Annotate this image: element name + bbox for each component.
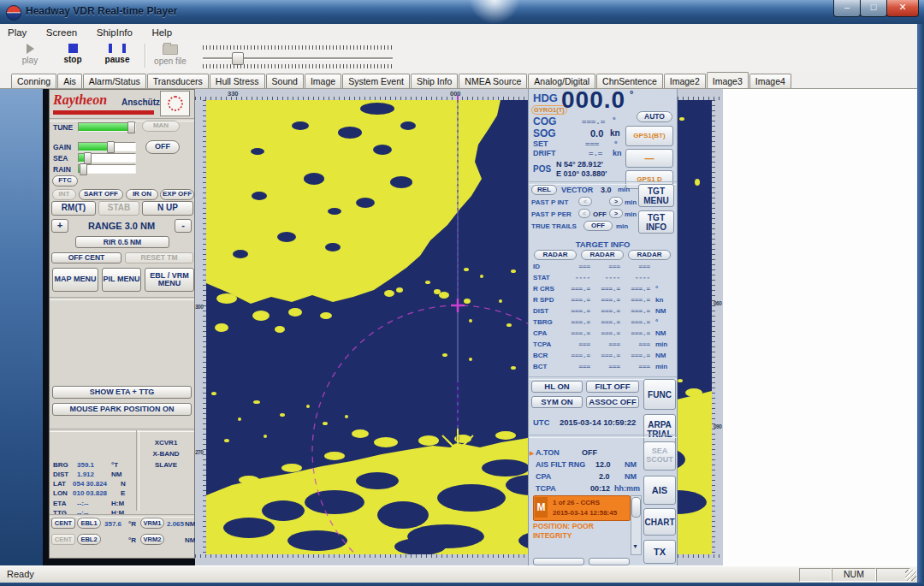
minimize-button[interactable]: – [833, 0, 861, 17]
drift-value: =.= [589, 149, 602, 157]
bearing-270: 270 [195, 449, 203, 455]
menu-shipinfo[interactable]: ShipInfo [89, 25, 140, 38]
rel-vector-button[interactable]: REL [531, 185, 557, 195]
radar-target-button-2[interactable]: RADAR [581, 250, 624, 260]
timeline-ticks-bottom [203, 64, 393, 68]
ebl2-button[interactable]: EBL2 [77, 534, 101, 545]
radar-target-button-3[interactable]: RADAR [628, 250, 671, 260]
arpa-trial-button[interactable]: ARPA TRIAL [643, 414, 676, 445]
vrm2-button[interactable]: VRM2 [140, 534, 164, 545]
gain-label: GAIN [53, 143, 71, 151]
alarm-line1: 1 of 26 - CCRS [553, 499, 600, 506]
true-trails-button[interactable]: OFF [583, 221, 613, 231]
pause-button[interactable]: pause [98, 42, 137, 70]
off-cent-button[interactable]: OFF CENT [51, 252, 121, 263]
tx-button[interactable]: TX [643, 540, 676, 564]
menu-play[interactable]: Play [0, 25, 34, 38]
past-int-inc-button[interactable]: > [609, 197, 623, 206]
tab-system-event[interactable]: System Event [342, 74, 410, 88]
open-file-button[interactable]: open file [147, 42, 193, 70]
off-button[interactable]: OFF [145, 140, 180, 154]
alarm-scroll-down-icon[interactable]: ▼ [631, 543, 639, 553]
gain-slider[interactable] [78, 142, 136, 151]
alarm-message-box[interactable]: M 1 of 26 - CCRS 2015-03-14 12:58:45 [533, 495, 631, 521]
ir-on-button[interactable]: IR ON [126, 189, 158, 200]
tab-hull-stress[interactable]: Hull Stress [210, 74, 265, 88]
stop-button[interactable]: stop [53, 42, 92, 70]
tune-slider[interactable] [78, 122, 136, 132]
tab-image4[interactable]: Image4 [749, 74, 791, 88]
range-plus-button[interactable]: + [51, 219, 68, 233]
tab-sound[interactable]: Sound [266, 74, 304, 88]
tab-image2[interactable]: Image2 [664, 74, 706, 88]
menu-screen[interactable]: Screen [38, 25, 85, 38]
past-per-inc-button[interactable]: > [609, 209, 623, 218]
sym-on-button[interactable]: SYM ON [531, 396, 583, 408]
vrm1-button[interactable]: VRM1 [140, 518, 164, 529]
ebl1-deg-unit: °R [128, 520, 136, 528]
set-value: === [585, 139, 599, 148]
int-button[interactable]: INT [52, 189, 76, 200]
ftc-button[interactable]: FTC [52, 175, 78, 186]
set-drift-source-button[interactable]: — [625, 149, 673, 168]
trails-unit: min [616, 222, 628, 230]
hl-on-button[interactable]: HL ON [531, 381, 583, 393]
past-int-dec-button[interactable]: < [578, 197, 592, 206]
reset-tm-button[interactable]: RESET TM [125, 252, 193, 263]
gps1-bt-button[interactable]: GPS1(BT) [625, 126, 673, 146]
sea-thumb[interactable] [84, 152, 92, 164]
tab-alarm-status[interactable]: Alarm/Status [83, 74, 146, 88]
exp-off-button[interactable]: EXP OFF [160, 189, 194, 200]
radar-target-button-1[interactable]: RADAR [534, 250, 577, 260]
range-minus-button[interactable]: - [175, 219, 192, 233]
sea-slider[interactable] [78, 153, 136, 163]
tab-nmea-source[interactable]: NMEA Source [459, 74, 527, 88]
rm-t-button[interactable]: RM(T) [51, 201, 96, 216]
stab-button[interactable]: STAB [98, 201, 139, 216]
past-per-dec-button[interactable]: < [578, 209, 590, 218]
menu-help[interactable]: Help [144, 25, 180, 38]
alarm-scrollbar[interactable]: ▼ [631, 495, 642, 555]
ebl1-button[interactable]: EBL1 [77, 518, 101, 529]
map-menu-button[interactable]: MAP MENU [52, 268, 98, 292]
man-button[interactable]: MAN [142, 121, 180, 132]
n-up-button[interactable]: N UP [142, 201, 193, 216]
ebl-vrm-menu-button[interactable]: EBL / VRM MENU [145, 268, 194, 292]
mouse-park-button[interactable]: MOUSE PARK POSITION ON [52, 403, 192, 416]
ais-button[interactable]: AIS [643, 476, 676, 505]
hdg-unit: ° [630, 89, 633, 99]
assoc-off-button[interactable]: ASSOC OFF [586, 396, 639, 408]
tab-image3[interactable]: Image3 [707, 72, 749, 88]
tab-conning[interactable]: Conning [11, 74, 56, 88]
auto-button[interactable]: AUTO [637, 111, 672, 122]
play-button[interactable]: play [10, 42, 50, 70]
sea-scout-button[interactable]: SEA SCOUT [643, 441, 676, 471]
tab-transducers[interactable]: Transducers [147, 74, 209, 88]
tab-ais[interactable]: Ais [57, 74, 82, 88]
func-button[interactable]: FUNC [643, 379, 676, 410]
tgt-menu-button[interactable]: TGT MENU [638, 184, 674, 207]
filt-off-button[interactable]: FILT OFF [586, 381, 639, 393]
anschuetz-logo [160, 91, 190, 116]
show-eta-ttg-button[interactable]: SHOW ETA + TTG [52, 386, 192, 399]
resize-grip[interactable] [905, 570, 916, 581]
sart-off-button[interactable]: SART OFF [79, 189, 123, 200]
xcvr-line2: X-BAND [145, 450, 187, 458]
cent2-button[interactable]: CENT [51, 534, 75, 545]
alarm-scroll-thumb[interactable] [631, 497, 641, 518]
chart-button[interactable]: CHART [643, 508, 676, 536]
rir-button[interactable]: RIR 0.5 NM [75, 236, 169, 248]
pil-menu-button[interactable]: PIL MENU [102, 268, 141, 292]
maximize-button[interactable]: □ [860, 0, 887, 17]
rain-slider[interactable] [78, 164, 136, 174]
tab-image[interactable]: Image [305, 74, 341, 88]
gain-thumb[interactable] [107, 141, 115, 153]
close-button[interactable]: ✕ [886, 0, 919, 17]
rain-thumb[interactable] [80, 163, 87, 175]
tab-ship-info[interactable]: Ship Info [411, 74, 458, 88]
tune-thumb[interactable] [127, 121, 135, 133]
lat-label: LAT [53, 480, 66, 488]
timeline-slider-handle[interactable] [232, 52, 244, 65]
tgt-info-button[interactable]: TGT INFO [638, 210, 674, 234]
cent1-button[interactable]: CENT [51, 518, 75, 529]
